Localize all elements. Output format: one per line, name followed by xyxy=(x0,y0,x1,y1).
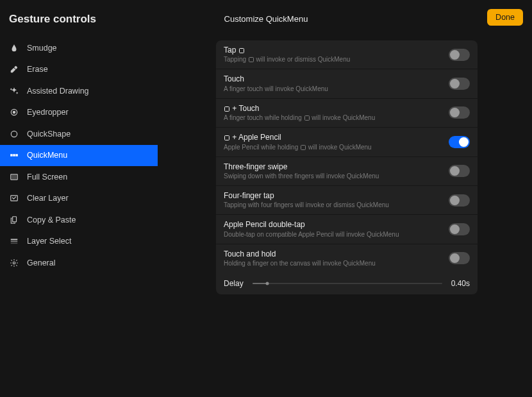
svg-rect-11 xyxy=(11,241,18,242)
panel-row-text: Three-finger swipeSwiping down with thre… xyxy=(224,162,449,180)
erase-icon xyxy=(9,64,19,74)
sidebar-item-label: QuickMenu xyxy=(27,151,67,160)
panel-row-text: TouchA finger touch will invoke QuickMen… xyxy=(224,74,449,92)
sidebar-title: Gesture controls xyxy=(0,10,158,37)
toggle[interactable] xyxy=(449,78,470,90)
svg-rect-12 xyxy=(11,243,18,244)
square-icon xyxy=(301,145,306,150)
svg-rect-9 xyxy=(13,217,17,222)
delay-value: 0.40s xyxy=(451,279,470,288)
quickmenu-icon xyxy=(9,150,19,160)
sidebar-item-label: Full Screen xyxy=(27,173,67,182)
gear-icon xyxy=(9,258,19,268)
panel-row-title: + Apple Pencil xyxy=(224,133,442,142)
sidebar-item-label: Erase xyxy=(27,65,48,74)
square-icon xyxy=(304,115,310,121)
sidebar-item-label: Copy & Paste xyxy=(27,215,76,224)
panel-row-subtitle: Apple Pencil while holding will invoke Q… xyxy=(224,144,442,151)
fullscreen-icon xyxy=(9,172,19,182)
svg-rect-3 xyxy=(10,155,13,157)
eyedropper-icon xyxy=(9,107,19,117)
sidebar-item-assisted-drawing[interactable]: Assisted Drawing xyxy=(0,80,158,102)
smudge-icon xyxy=(9,43,19,53)
panel-row-title: + Touch xyxy=(224,104,442,113)
sidebar-item-clear-layer[interactable]: Clear Layer xyxy=(0,188,158,210)
panel-row: Four-finger tapTapping with four fingers… xyxy=(216,186,478,215)
square-icon xyxy=(224,106,229,112)
square-icon xyxy=(239,48,244,53)
panel-row-subtitle: A finger touch while holding will invoke… xyxy=(224,114,442,122)
svg-rect-10 xyxy=(11,239,18,241)
sidebar-item-smudge[interactable]: Smudge xyxy=(0,37,158,59)
sidebar-item-label: Clear Layer xyxy=(27,194,69,203)
svg-rect-4 xyxy=(13,155,15,157)
svg-point-13 xyxy=(13,262,15,264)
sidebar-item-fullscreen[interactable]: Full Screen xyxy=(0,166,158,188)
panel-row-title: Touch and hold xyxy=(224,249,442,258)
panel-row-subtitle: Tapping with four fingers will invoke or… xyxy=(224,201,442,209)
panel-row-text: + Apple PencilApple Pencil while holding… xyxy=(224,133,449,151)
panel-row: + TouchA finger touch while holding will… xyxy=(216,99,478,128)
copypaste-icon xyxy=(9,215,19,225)
delay-row: Delay 0.40s xyxy=(216,273,478,294)
panel-row-subtitle: Tapping will invoke or dismiss QuickMenu xyxy=(224,56,442,63)
toggle[interactable] xyxy=(449,106,470,119)
svg-rect-7 xyxy=(12,175,17,178)
sidebar-item-layer-select[interactable]: Layer Select xyxy=(0,231,158,253)
sidebar-item-label: Smudge xyxy=(27,44,57,53)
settings-panel: Tap Tapping will invoke or dismiss Quick… xyxy=(216,40,478,294)
panel-row: Touch and holdHolding a finger on the ca… xyxy=(216,244,478,273)
sidebar-item-eyedropper[interactable]: Eyedropper xyxy=(0,102,158,124)
square-icon xyxy=(249,57,254,62)
panel-row: + Apple PencilApple Pencil while holding… xyxy=(216,128,478,156)
panel-row: Three-finger swipeSwiping down with thre… xyxy=(216,157,478,186)
panel-row-subtitle: Holding a finger on the canvas will invo… xyxy=(224,260,442,267)
panel-row-title: Tap xyxy=(224,46,442,55)
sidebar-item-quickshape[interactable]: QuickShape xyxy=(0,123,158,145)
toggle[interactable] xyxy=(449,223,470,235)
panel-row-title: Apple Pencil double-tap xyxy=(224,220,442,229)
panel-row-text: + TouchA finger touch while holding will… xyxy=(224,104,449,122)
panel-row-title: Touch xyxy=(224,74,442,83)
toggle[interactable] xyxy=(449,194,470,207)
svg-rect-5 xyxy=(15,155,18,157)
square-icon xyxy=(224,135,229,140)
sidebar-item-quickmenu[interactable]: QuickMenu xyxy=(0,145,158,167)
panel-row: TouchA finger touch will invoke QuickMen… xyxy=(216,69,478,98)
clearlayer-icon xyxy=(9,193,19,203)
panel-row-text: Tap Tapping will invoke or dismiss Quick… xyxy=(224,46,449,63)
sidebar: Gesture controls SmudgeEraseAssisted Dra… xyxy=(0,0,158,397)
sidebar-item-label: General xyxy=(27,258,55,267)
delay-slider[interactable] xyxy=(253,283,442,284)
quickshape-icon xyxy=(9,129,19,139)
delay-slider-thumb xyxy=(266,282,269,285)
sidebar-item-label: Layer Select xyxy=(27,237,71,246)
sidebar-item-label: Assisted Drawing xyxy=(27,87,89,96)
sidebar-item-erase[interactable]: Erase xyxy=(0,59,158,81)
svg-point-2 xyxy=(11,131,17,137)
svg-point-1 xyxy=(13,112,15,114)
panel-row-text: Four-finger tapTapping with four fingers… xyxy=(224,191,449,209)
toggle[interactable] xyxy=(449,49,470,61)
sidebar-item-copy-paste[interactable]: Copy & Paste xyxy=(0,209,158,231)
panel-row-title: Three-finger swipe xyxy=(224,162,442,171)
toggle[interactable] xyxy=(449,165,470,177)
panel-row-subtitle: A finger touch will invoke QuickMenu xyxy=(224,85,442,93)
done-button[interactable]: Done xyxy=(487,9,523,26)
sidebar-item-label: Eyedropper xyxy=(27,108,69,117)
assisted-icon xyxy=(9,86,19,96)
toggle[interactable] xyxy=(449,136,470,148)
delay-label: Delay xyxy=(224,279,244,288)
delay-slider-fill xyxy=(253,283,268,284)
sidebar-item-general[interactable]: General xyxy=(0,252,158,274)
panel-row-text: Touch and holdHolding a finger on the ca… xyxy=(224,249,449,267)
panel-row: Tap Tapping will invoke or dismiss Quick… xyxy=(216,40,478,69)
sidebar-item-label: QuickShape xyxy=(27,130,71,139)
layerselect-icon xyxy=(9,236,19,246)
panel-row-text: Apple Pencil double-tapDouble-tap on com… xyxy=(224,220,449,238)
panel-row-subtitle: Swiping down with three fingers will inv… xyxy=(224,173,442,180)
toggle[interactable] xyxy=(449,252,470,264)
panel-row: Apple Pencil double-tapDouble-tap on com… xyxy=(216,215,478,244)
panel-row-subtitle: Double-tap on compatible Apple Pencil wi… xyxy=(224,231,442,239)
panel-row-title: Four-finger tap xyxy=(224,191,442,200)
